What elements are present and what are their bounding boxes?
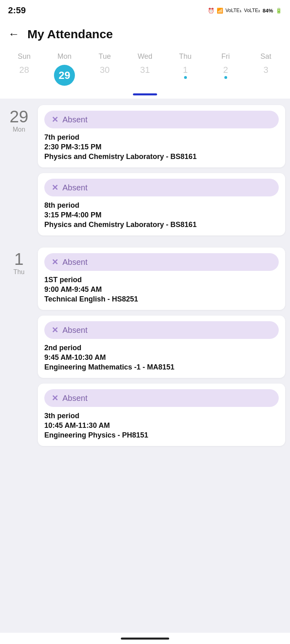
period-subject-3rd: Engineering Physics - PH8151 (44, 431, 279, 440)
battery-icon: 🔋 (276, 8, 282, 14)
status-time: 2:59 (8, 5, 26, 16)
day-name-1: Thu (5, 268, 33, 276)
weekday-wed: Wed (129, 52, 161, 61)
date-num-2: 2 (223, 65, 228, 75)
absent-x-icon-2nd: ✕ (52, 325, 58, 335)
absent-label-2nd: Absent (62, 326, 87, 335)
date-num-3: 3 (263, 65, 268, 75)
ind-0 (8, 93, 40, 95)
absent-badge-2nd: ✕ Absent (44, 321, 279, 339)
period-name-2nd: 2nd period (44, 344, 279, 352)
ind-2 (89, 93, 121, 95)
alarm-icon: ⏰ (208, 8, 214, 14)
date-num-29: 29 (54, 65, 75, 86)
header: ← My Attendance (0, 20, 290, 48)
day-label-29: 29 Mon (5, 105, 33, 241)
absent-label-8th: Absent (62, 183, 87, 192)
bottom-home-indicator (121, 638, 169, 640)
date-dot-1 (184, 76, 187, 79)
date-3[interactable]: 3 (250, 65, 282, 89)
absent-badge-3rd: ✕ Absent (44, 389, 279, 407)
date-num-30: 30 (100, 65, 110, 75)
day-group-29: 29 Mon ✕ Absent 7th period 2:30 PM-3:15 … (5, 105, 285, 241)
day-label-1: 1 Thu (5, 248, 33, 452)
absent-badge-8th: ✕ Absent (44, 179, 279, 196)
attendance-card-2nd: ✕ Absent 2nd period 9:45 AM-10:30 AM Eng… (38, 316, 285, 378)
absent-label-3rd: Absent (62, 394, 87, 403)
period-subject-2nd: Engineering Mathematics -1 - MA8151 (44, 363, 279, 372)
absent-label-1st: Absent (62, 258, 87, 267)
weekday-sun: Sun (8, 52, 40, 61)
absent-x-icon-8th: ✕ (52, 183, 58, 192)
period-subject-7th: Physics and Chemistry Laboratory - BS816… (44, 153, 279, 161)
calendar-section: Sun Mon Tue Wed Thu Fri Sat 28 29 30 31 … (0, 48, 290, 99)
date-31[interactable]: 31 (129, 65, 161, 89)
main-content: 29 Mon ✕ Absent 7th period 2:30 PM-3:15 … (0, 99, 290, 464)
cards-col-1: ✕ Absent 1ST period 9:00 AM-9:45 AM Tech… (38, 248, 285, 452)
day-number-1: 1 (5, 251, 33, 268)
bottom-nav-bar (0, 633, 290, 644)
back-button[interactable]: ← (8, 28, 19, 41)
lte1-icon: VoLTE₁ (226, 8, 242, 13)
day-name-29: Mon (5, 126, 33, 133)
status-bar: 2:59 ⏰ 📶 VoLTE₁ VoLTE₂ 84% 🔋 (0, 0, 290, 20)
date-dot-29 (63, 87, 66, 89)
attendance-card-1st: ✕ Absent 1ST period 9:00 AM-9:45 AM Tech… (38, 248, 285, 310)
date-29[interactable]: 29 (48, 65, 81, 89)
day-group-1: 1 Thu ✕ Absent 1ST period 9:00 AM-9:45 A… (5, 248, 285, 452)
period-time-3rd: 10:45 AM-11:30 AM (44, 421, 279, 430)
page-title: My Attendance (27, 27, 113, 41)
weekday-sat: Sat (250, 52, 282, 61)
ind-1 (48, 93, 81, 95)
period-name-7th: 7th period (44, 133, 279, 142)
selected-indicator-bar (133, 93, 157, 95)
date-30[interactable]: 30 (89, 65, 121, 89)
absent-badge-7th: ✕ Absent (44, 111, 279, 128)
weekday-tue: Tue (89, 52, 121, 61)
weekday-fri: Fri (209, 52, 242, 61)
weekday-mon: Mon (48, 52, 81, 61)
week-days-header: Sun Mon Tue Wed Thu Fri Sat (0, 52, 290, 63)
period-time-1st: 9:00 AM-9:45 AM (44, 285, 279, 294)
ind-4 (169, 93, 201, 95)
period-time-7th: 2:30 PM-3:15 PM (44, 143, 279, 151)
wifi-icon: 📶 (217, 8, 223, 14)
ind-6 (250, 93, 282, 95)
period-name-1st: 1ST period (44, 276, 279, 284)
period-subject-1st: Technical English - HS8251 (44, 295, 279, 303)
attendance-card-3rd: ✕ Absent 3th period 10:45 AM-11:30 AM En… (38, 384, 285, 446)
absent-x-icon-7th: ✕ (52, 115, 58, 124)
status-icons: ⏰ 📶 VoLTE₁ VoLTE₂ 84% 🔋 (208, 8, 282, 14)
absent-label-7th: Absent (62, 115, 87, 124)
period-name-8th: 8th period (44, 201, 279, 210)
date-num-31: 31 (140, 65, 150, 75)
period-time-8th: 3:15 PM-4:00 PM (44, 211, 279, 219)
week-indicator-row (0, 93, 290, 99)
day-number-29: 29 (5, 108, 33, 125)
period-name-3rd: 3th period (44, 412, 279, 420)
period-time-2nd: 9:45 AM-10:30 AM (44, 353, 279, 362)
week-dates: 28 29 30 31 1 2 3 (0, 63, 290, 93)
absent-x-icon-3rd: ✕ (52, 393, 58, 403)
attendance-card-7th: ✕ Absent 7th period 2:30 PM-3:15 PM Phys… (38, 105, 285, 167)
attendance-card-8th: ✕ Absent 8th period 3:15 PM-4:00 PM Phys… (38, 173, 285, 235)
date-1[interactable]: 1 (169, 65, 201, 89)
battery-indicator: 84% (263, 8, 273, 14)
ind-5 (209, 93, 242, 95)
weekday-thu: Thu (169, 52, 201, 61)
date-num-28: 28 (19, 65, 29, 75)
absent-badge-1st: ✕ Absent (44, 253, 279, 271)
date-dot-2 (224, 76, 227, 79)
date-num-1: 1 (183, 65, 188, 75)
period-subject-8th: Physics and Chemistry Laboratory - BS816… (44, 221, 279, 229)
absent-x-icon-1st: ✕ (52, 257, 58, 267)
ind-3 (129, 93, 161, 95)
lte2-icon: VoLTE₂ (244, 8, 260, 13)
date-2[interactable]: 2 (209, 65, 242, 89)
date-28[interactable]: 28 (8, 65, 40, 89)
cards-col-29: ✕ Absent 7th period 2:30 PM-3:15 PM Phys… (38, 105, 285, 241)
